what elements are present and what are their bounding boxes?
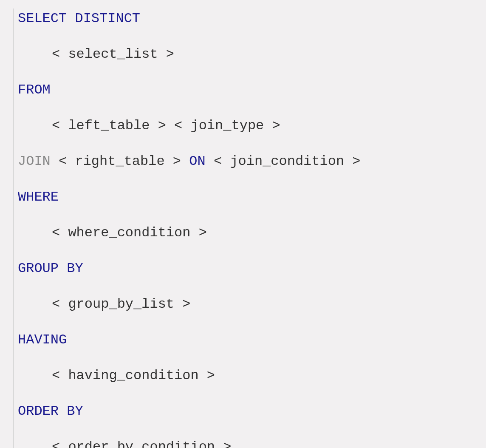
code-line-having: HAVING: [18, 330, 473, 350]
placeholder-join-condition: < join_condition >: [206, 153, 361, 169]
keyword-order-by: ORDER BY: [18, 403, 83, 419]
placeholder-where-condition: < where_condition >: [52, 225, 207, 241]
placeholder-having-condition: < having_condition >: [52, 368, 215, 383]
keyword-from: FROM: [18, 82, 51, 98]
code-line-join: JOIN < right_table > ON < join_condition…: [18, 151, 473, 172]
code-line-group-by: GROUP BY: [18, 258, 473, 279]
sql-code-block: SELECT DISTINCT < select_list > FROM < l…: [13, 9, 473, 448]
code-line-having-condition: < having_condition >: [18, 366, 473, 386]
keyword-group-by: GROUP BY: [18, 261, 83, 276]
code-line-where-condition: < where_condition >: [18, 223, 473, 243]
code-line-from: FROM: [18, 80, 473, 100]
code-line-order-by: ORDER BY: [18, 401, 473, 422]
keyword-on: ON: [189, 153, 205, 169]
placeholder-right-table: < right_table >: [51, 153, 189, 169]
placeholder-group-by-list: < group_by_list >: [52, 296, 190, 312]
code-line-select-list: < select_list >: [18, 44, 473, 65]
keyword-select-distinct: SELECT DISTINCT: [18, 11, 140, 26]
keyword-join: JOIN: [18, 153, 51, 169]
code-line-left-table: < left_table > < join_type >: [18, 116, 473, 136]
placeholder-order-by-condition: < order_by_condition >: [52, 439, 231, 448]
code-line-group-by-list: < group_by_list >: [18, 294, 473, 315]
keyword-where: WHERE: [18, 189, 59, 205]
placeholder-select-list: < select_list >: [52, 46, 174, 62]
keyword-having: HAVING: [18, 332, 67, 348]
code-line-select: SELECT DISTINCT: [18, 9, 473, 29]
placeholder-left-table: < left_table > < join_type >: [52, 118, 280, 133]
code-line-where: WHERE: [18, 187, 473, 207]
code-line-order-by-condition: < order_by_condition >: [18, 437, 473, 448]
